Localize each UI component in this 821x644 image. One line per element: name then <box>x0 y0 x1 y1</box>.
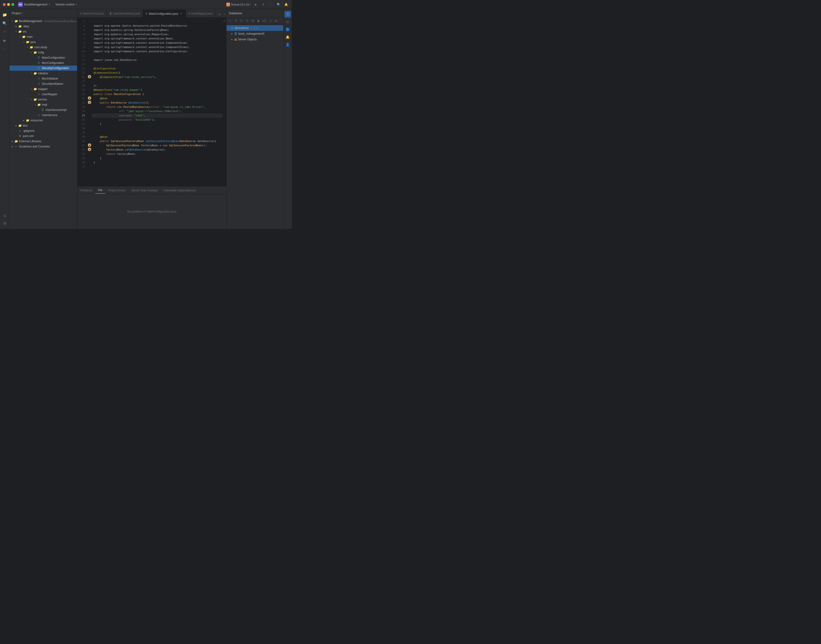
tree-label: MainConfiguration <box>42 56 65 59</box>
tree-item-securityconfig[interactable]: ▶ C SecurityConfiguration <box>9 66 77 71</box>
more-button[interactable]: ⋯ <box>268 2 274 8</box>
tree-item-extlibs[interactable]: ▶ 📁 External Libraries <box>9 139 77 144</box>
tree-item-gitignore[interactable]: ▶ ⊙ .gitignore <box>9 128 77 133</box>
code-line: @Bean <box>92 97 222 101</box>
bookmarks-icon[interactable]: 🔵 <box>285 26 291 33</box>
tab-mainconfig[interactable]: C MainConfiguration.java ✕ <box>143 10 186 17</box>
tree-label: BookManagement <box>19 20 42 23</box>
tree-item-bookmanagement[interactable]: ▾ 📁 BookManagement ~/Desktop/Projects/Bo… <box>9 18 77 24</box>
code-line: import org.mybatis.spring.SqlSessionFact… <box>92 28 222 32</box>
tab-problems[interactable]: Problems <box>77 187 95 194</box>
code-line: } <box>92 156 222 161</box>
db-item-serverobjects[interactable]: ▶ ⊞ Server Objects <box>227 37 283 42</box>
notifications-button[interactable]: 🔔 <box>283 2 289 8</box>
tab-server-side[interactable]: Server-Side Analysis <box>129 187 161 194</box>
code-content[interactable]: import org.apache.ibatis.datasource.pool… <box>92 18 222 186</box>
tree-item-userserviceimpl[interactable]: ▶ C UserServiceImpl <box>9 107 77 113</box>
maven-icon[interactable]: m <box>285 18 291 25</box>
tree-item-initialize[interactable]: ▾ 📁 initialize <box>9 71 77 76</box>
database-title: Database <box>229 11 242 15</box>
java-class-icon: C <box>37 56 41 60</box>
run-button[interactable]: ▶ <box>253 2 259 8</box>
folder-icon: 📁 <box>18 124 22 127</box>
tree-item-comstudy[interactable]: ▾ 📁 com.study <box>9 44 77 50</box>
tree-item-usermapper[interactable]: ▶ I UserMapper <box>9 92 77 97</box>
project-chevron[interactable]: ▾ <box>49 3 50 6</box>
tree-item-mvcinit[interactable]: ▶ I MvcInitializer <box>9 76 77 81</box>
db-refresh-button[interactable]: ↺ <box>233 18 238 23</box>
tab-vulnerable[interactable]: Vulnerable Dependencies <box>161 187 199 194</box>
tree-item-mvcconfig[interactable]: ▶ C MvcConfiguration <box>9 60 77 66</box>
db-ddl-button[interactable]: DDL <box>262 18 267 23</box>
problems-icon[interactable]: ⚠ <box>1 212 9 219</box>
tab-userserviceimpl[interactable]: C UserServiceImpl.java <box>107 10 143 17</box>
tab-usermapper[interactable]: I UserMapper.java <box>186 10 216 17</box>
db-copy-button[interactable]: ⎘ <box>245 18 250 23</box>
tree-item-mainconfig[interactable]: ▶ C MainConfiguration <box>9 55 77 60</box>
tree-item-userservice[interactable]: ▶ I UserService <box>9 113 77 118</box>
tree-label: SecurityInitializer <box>42 82 63 86</box>
db-item-localhost[interactable]: ▾ ⊚ @localhost 1 of 12 <box>227 25 283 31</box>
build-button[interactable]: ⬇ <box>260 2 266 8</box>
db-filter-button[interactable]: ⊟ <box>274 18 279 23</box>
tomcat-badge[interactable]: 🐱 Tomcat 10.1.23 ▾ <box>226 3 251 6</box>
db-edit-button[interactable]: ✎ <box>239 18 244 23</box>
database-icon[interactable]: 🗄 <box>285 11 291 18</box>
chevron-down-icon: ▾ <box>18 35 22 39</box>
tree-item-scratches[interactable]: ▶ ✏ Scratches and Consoles <box>9 144 77 149</box>
run-icon[interactable]: ▶ <box>1 37 9 44</box>
tab-close-button[interactable]: ✕ <box>179 12 183 15</box>
tab-chevron-down-icon[interactable]: ▾ <box>216 12 222 17</box>
code-line: import org.mybatis.spring.annotation.Map… <box>92 32 222 37</box>
left-icons-bottom: ⚠ ⚙ <box>1 212 9 227</box>
panel-chevron[interactable]: ▾ <box>21 12 23 14</box>
search-button[interactable]: 🔍 <box>276 2 281 8</box>
code-editor[interactable]: 3 4 5 6 7 8 9 10 11 12 13 14 15 16 <box>77 18 226 186</box>
version-control-chevron[interactable]: ▾ <box>76 3 77 6</box>
db-schema-button[interactable]: ≡ <box>268 18 273 23</box>
db-add-button[interactable]: + <box>227 18 233 23</box>
tree-item-mapper[interactable]: ▾ 📁 mapper <box>9 86 77 92</box>
tree-item-securityinit[interactable]: ▶ I SecurityInitializer <box>9 81 77 86</box>
db-settings-button[interactable]: ⚙ <box>250 18 256 23</box>
tab-userservice[interactable]: I UserService.java <box>77 10 107 17</box>
search-icon[interactable]: 🔍 <box>1 20 9 27</box>
tree-item-pomxml[interactable]: ▶ ✦ pom.xml <box>9 133 77 139</box>
project-icon[interactable]: 📁 <box>1 11 9 18</box>
tree-label: MvcConfiguration <box>42 61 64 64</box>
minimize-button[interactable] <box>7 3 10 6</box>
tomcat-chevron: ▾ <box>250 3 251 6</box>
close-button[interactable] <box>3 3 6 6</box>
tab-project-errors[interactable]: Project Errors <box>106 187 129 194</box>
db-label: @localhost <box>234 26 249 30</box>
database-panel: Database + ↺ ✎ ⎘ ⚙ ▶ DDL ≡ ⊟ ▾ ⊚ @localh… <box>226 9 283 229</box>
tree-item-service[interactable]: ▾ 📁 service <box>9 97 77 102</box>
code-line <box>92 79 222 84</box>
bottom-panel: Problems File Project Errors Server-Side… <box>77 186 226 229</box>
tree-item-java[interactable]: ▾ 📁 java <box>9 40 77 44</box>
tab-options-button[interactable]: ⋯ <box>223 12 226 17</box>
class-icon: C <box>110 12 111 15</box>
tree-item-main[interactable]: ▾ 📁 main <box>9 34 77 40</box>
folder-icon: 📁 <box>33 72 37 75</box>
tab-file[interactable]: File <box>95 187 106 194</box>
plugins-icon[interactable]: 👤 <box>285 41 291 48</box>
maximize-button[interactable] <box>11 3 14 6</box>
db-console-button[interactable]: ▶ <box>256 18 261 23</box>
services-icon[interactable]: ⚙ <box>1 219 9 227</box>
chevron-right-icon: ▶ <box>14 25 18 28</box>
db-item-bookmanagement3[interactable]: ▶ 🗄 book_management3 <box>227 31 283 37</box>
notifications-icon[interactable]: 🔔 <box>285 34 291 40</box>
more-tools-icon[interactable]: ⋯ <box>1 45 9 53</box>
tree-item-src[interactable]: ▾ 📁 src <box>9 29 77 34</box>
tree-item-test[interactable]: ▶ 📁 test <box>9 123 77 128</box>
version-control-label: Version control <box>55 3 74 6</box>
vcs-icon[interactable]: ⑂ <box>1 28 9 35</box>
tree-item-resources[interactable]: ▶ 📁 resources <box>9 118 77 123</box>
java-interface-icon: I <box>37 82 41 86</box>
traffic-lights <box>3 3 14 6</box>
tree-item-cofig[interactable]: ▾ 📁 cofig <box>9 50 77 55</box>
project-label: Project <box>12 12 21 15</box>
tree-item-idea[interactable]: ▶ 📁 .idea <box>9 24 77 29</box>
tree-item-impl[interactable]: ▾ 📁 Impl <box>9 102 77 107</box>
